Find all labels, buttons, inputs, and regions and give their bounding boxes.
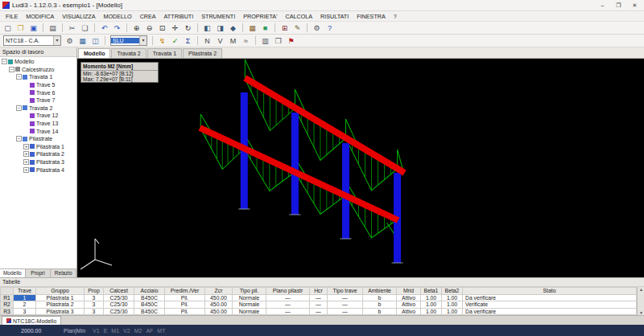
cell-beta1[interactable]: 1.00 bbox=[421, 308, 442, 315]
row-header-r1[interactable]: R1 bbox=[1, 294, 14, 301]
cell-tipo-trave[interactable]: — bbox=[328, 308, 363, 315]
column-header-zcr[interactable]: Zcr bbox=[205, 288, 233, 295]
cell-mrid[interactable]: Attivo bbox=[397, 294, 421, 301]
cell-stato[interactable]: Verificate bbox=[463, 301, 637, 309]
cut-icon[interactable]: ✂ bbox=[66, 23, 78, 34]
cell-ambiente[interactable]: b bbox=[363, 308, 397, 315]
menu-item-attributi[interactable]: ATTRIBUTI bbox=[160, 13, 198, 20]
new-file-icon[interactable]: ▢ bbox=[2, 23, 14, 34]
copy-icon[interactable]: ❏ bbox=[79, 23, 91, 34]
cell-prop[interactable]: 3 bbox=[85, 308, 104, 315]
viewport-3d[interactable]: Momento M2 [Nmm] Min: -8.63e+07 [B:12] M… bbox=[77, 59, 644, 277]
column-header-predim-ver[interactable]: Predim./Ver bbox=[165, 288, 205, 295]
column-header-trave[interactable]: Trave bbox=[14, 288, 36, 295]
tree-item-modello[interactable]: −Modello bbox=[0, 58, 76, 66]
workspace-tab-relazio[interactable]: Relazio bbox=[51, 269, 76, 277]
cell-beta2[interactable]: 1.00 bbox=[442, 294, 463, 301]
tree-item-trave-5[interactable]: Trave 5 bbox=[0, 81, 76, 89]
menu-item-visualizza[interactable]: VISUALIZZA bbox=[58, 13, 99, 20]
cell-piano-pilastr[interactable]: — bbox=[266, 301, 310, 309]
zoom-out-icon[interactable]: ⊖ bbox=[143, 23, 155, 34]
tree-item-trave-7[interactable]: Trave 7 bbox=[0, 96, 76, 104]
tree-item-pilastrate[interactable]: −Pilastrate bbox=[0, 135, 76, 143]
redo-icon[interactable]: ↷ bbox=[111, 23, 123, 34]
cell-zcr[interactable]: 450.00 bbox=[205, 301, 233, 309]
collapse-icon[interactable]: − bbox=[16, 105, 22, 111]
collapse-icon[interactable]: − bbox=[2, 59, 7, 64]
column-header-acciaio[interactable]: Acciaio bbox=[134, 288, 165, 295]
workspace-tab-modello[interactable]: Modello bbox=[0, 269, 26, 277]
tree-item-travata-1[interactable]: −Travata 1 bbox=[0, 73, 76, 81]
menu-item-modello[interactable]: MODELLO bbox=[99, 13, 135, 20]
flag-checks-icon[interactable]: ⚑ bbox=[285, 35, 297, 47]
menu-item-finestra[interactable]: FINESTRA bbox=[353, 13, 390, 20]
tree-item-calcestruzzo[interactable]: −Calcestruzzo bbox=[0, 66, 76, 74]
column-header-piano-pilastr[interactable]: Piano pilastr bbox=[266, 288, 310, 295]
design-code-select[interactable]: NTC18 - C.A.▾ bbox=[3, 35, 61, 46]
tree-item-pilastrata-3[interactable]: +Pilastrata 3 bbox=[0, 158, 76, 166]
cell-tipo-pil[interactable]: Normale bbox=[233, 308, 266, 315]
cell-trave[interactable]: 2 bbox=[14, 301, 36, 309]
cell-trave[interactable]: 3 bbox=[14, 308, 36, 315]
undo-icon[interactable]: ↶ bbox=[98, 23, 110, 34]
cell-stato[interactable]: Da verificare bbox=[463, 294, 637, 301]
zoom-in-icon[interactable]: ⊕ bbox=[130, 23, 142, 34]
maximize-button[interactable]: ❐ bbox=[612, 1, 625, 10]
cell-piano-pilastr[interactable]: — bbox=[266, 294, 310, 301]
view-tab-pilastrata-2[interactable]: Pilastrata 2 bbox=[183, 48, 222, 58]
tree-item-travata-2[interactable]: −Travata 2 bbox=[0, 104, 76, 113]
options-icon[interactable]: ⚙ bbox=[311, 23, 323, 34]
save-file-icon[interactable]: ▣ bbox=[27, 23, 39, 34]
cell-beta1[interactable]: 1.00 bbox=[421, 294, 442, 301]
cell-acciaio[interactable]: B450C bbox=[134, 308, 165, 315]
deformed-shape-icon[interactable]: ≈ bbox=[240, 35, 252, 47]
tree-item-trave-13[interactable]: Trave 13 bbox=[0, 120, 76, 128]
table-scrollbar[interactable]: ▲ ▼ bbox=[637, 287, 644, 315]
row-header-r3[interactable]: R3 bbox=[1, 308, 14, 315]
cell-stato[interactable]: Da verificare bbox=[463, 308, 637, 315]
column-header-prop[interactable]: Prop bbox=[85, 288, 104, 295]
cell-calcest[interactable]: C25/30 bbox=[104, 308, 134, 315]
cell-beta1[interactable]: 1.00 bbox=[421, 301, 442, 309]
materials-icon[interactable]: ▦ bbox=[76, 35, 89, 47]
cell-calcest[interactable]: C25/30 bbox=[104, 294, 134, 301]
cell-prop[interactable]: 3 bbox=[85, 294, 104, 301]
cell-hcr[interactable]: — bbox=[310, 301, 328, 309]
expand-icon[interactable]: + bbox=[23, 144, 29, 150]
diagram-m-icon[interactable]: M bbox=[227, 35, 239, 47]
close-button[interactable]: ✕ bbox=[628, 1, 642, 10]
envelope-icon[interactable]: Σ bbox=[182, 35, 194, 47]
menu-item-file[interactable]: FILE bbox=[2, 13, 22, 20]
column-header-calcest[interactable]: Calcest bbox=[104, 288, 134, 295]
cell-ambiente[interactable]: b bbox=[363, 301, 397, 309]
workspace-tab-propri[interactable]: Propri bbox=[26, 269, 52, 277]
column-header-tipo-pil[interactable]: Tipo pil. bbox=[233, 288, 266, 295]
cell-ambiente[interactable]: b bbox=[363, 294, 397, 301]
tree-item-trave-12[interactable]: Trave 12 bbox=[0, 112, 76, 120]
view-3d-icon[interactable]: ◆ bbox=[227, 23, 239, 34]
cell-tipo-trave[interactable]: — bbox=[328, 294, 363, 301]
column-header-ambiente[interactable]: Ambiente bbox=[363, 288, 397, 295]
combination-select[interactable]: SLU▾ bbox=[110, 35, 147, 46]
help-icon[interactable]: ? bbox=[324, 23, 336, 34]
tree-item-pilastrata-2[interactable]: +Pilastrata 2 bbox=[0, 150, 76, 158]
expand-icon[interactable]: + bbox=[23, 167, 29, 173]
cell-trave[interactable]: 1 bbox=[14, 294, 36, 301]
tree-item-pilastrata-4[interactable]: +Pilastrata 4 bbox=[0, 166, 76, 174]
view-top-icon[interactable]: ◧ bbox=[201, 23, 213, 34]
solid-mode-icon[interactable]: ■ bbox=[259, 23, 271, 34]
cell-beta2[interactable]: 1.00 bbox=[442, 308, 463, 315]
expand-icon[interactable]: + bbox=[23, 159, 29, 165]
menu-item-calcola[interactable]: CALCOLA bbox=[282, 13, 317, 20]
run-analysis-icon[interactable]: ↯ bbox=[156, 35, 168, 47]
pan-icon[interactable]: ✛ bbox=[169, 23, 181, 34]
load-cases-icon[interactable]: ◫ bbox=[89, 35, 101, 47]
menu-item-modifica[interactable]: MODIFICA bbox=[22, 13, 58, 20]
cell-zcr[interactable]: 450.00 bbox=[205, 294, 233, 301]
cell-beta2[interactable]: 1.00 bbox=[442, 301, 463, 309]
column-header-tipo-trave[interactable]: Tipo trave bbox=[328, 288, 363, 295]
print-icon[interactable]: ▤ bbox=[47, 23, 59, 34]
labels-icon[interactable]: ✎ bbox=[291, 23, 303, 34]
menu-item-strumenti[interactable]: STRUMENTI bbox=[197, 13, 239, 20]
minimize-button[interactable]: – bbox=[596, 1, 609, 10]
